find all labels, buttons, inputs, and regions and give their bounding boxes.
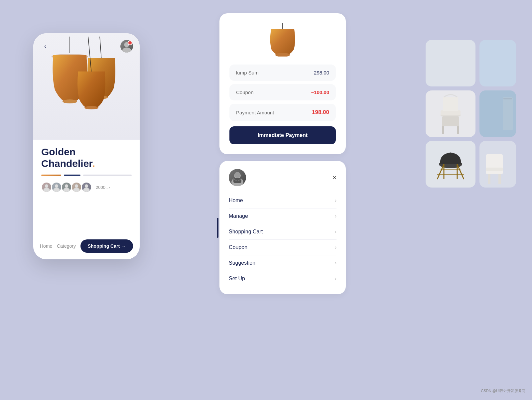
reviewer-avatar-5 [81,182,92,193]
cart-button[interactable]: Shopping Cart → [80,239,133,253]
lump-sum-label: lump Sum [236,70,259,75]
product-thumb-2[interactable] [479,40,516,86]
product-title: Golden Chandelier. [41,146,132,169]
svg-point-4 [63,99,77,103]
svg-point-13 [65,184,68,188]
svg-rect-24 [233,178,241,183]
menu-close-button[interactable]: × [332,174,336,182]
svg-rect-33 [503,97,513,130]
phone-card: ‹ [33,33,140,259]
progress-bar-1 [41,175,61,176]
product-row-3 [426,141,519,188]
product-thumb-6[interactable] [479,141,516,188]
lump-sum-value: 298.00 [314,70,329,75]
menu-item-manage-label: Manage [229,213,248,219]
svg-rect-34 [503,98,512,99]
reviewer-count[interactable]: 2000.. › [96,185,110,190]
reviewer-avatar-2 [51,182,62,193]
reviewer-chevron: › [108,185,110,190]
menu-item-shopping-cart[interactable]: Shopping Cart › [229,224,336,240]
svg-rect-32 [457,126,459,134]
menu-item-home[interactable]: Home › [229,193,336,208]
menu-header: × [229,169,336,186]
svg-point-1 [122,48,131,53]
title-dot: . [92,158,95,169]
nav-home[interactable]: Home [40,243,52,249]
svg-rect-30 [443,97,458,111]
svg-rect-42 [486,154,503,174]
svg-rect-45 [486,168,503,171]
payment-chandelier-icon [263,23,303,57]
menu-card: × Home › Manage › Shopping Cart › Coupon… [219,161,346,294]
product-thumb-4[interactable] [479,90,516,137]
menu-item-suggestion-label: Suggestion [229,260,255,266]
menu-item-setup-chevron: › [335,276,336,282]
product-thumb-5[interactable] [426,141,475,188]
avatar-button[interactable] [120,40,133,53]
middle-section: lump Sum 298.00 Coupon –100.00 Payment A… [150,13,416,294]
avatar-image [120,40,133,53]
watermark: CSDN @UI设计开发服务商 [481,388,525,393]
product-thumb-1[interactable] [426,40,475,86]
menu-item-suggestion[interactable]: Suggestion › [229,255,336,271]
svg-rect-28 [442,116,459,126]
product-title-line1: Golden [41,146,75,157]
product-info: Golden Chandelier. [33,140,140,199]
progress-indicators [41,175,132,176]
reviewers-row: 2000.. › [41,182,132,193]
back-button[interactable]: ‹ [40,41,51,52]
svg-point-11 [55,184,59,188]
svg-point-12 [53,188,60,193]
main-layout: ‹ [0,0,532,400]
svg-point-18 [83,188,89,193]
svg-point-9 [45,184,49,188]
reviewer-count-text: 2000.. [96,185,108,190]
svg-point-14 [63,188,69,193]
menu-item-manage[interactable]: Manage › [229,208,336,224]
product-row-2 [426,90,519,137]
chandelier-top-image [229,23,336,57]
svg-point-8 [84,106,98,109]
svg-point-10 [43,188,50,193]
reviewer-avatar-1 [41,182,52,193]
svg-rect-43 [488,174,490,184]
svg-point-23 [234,172,240,178]
svg-line-36 [437,164,444,179]
lump-sum-row: lump Sum 298.00 [229,65,336,81]
nav-category[interactable]: Category [57,243,76,249]
bottom-nav: Home Category Shopping Cart → [33,234,140,259]
payment-amount-row: Payment Amount 198.00 [229,104,336,121]
svg-line-37 [457,164,464,179]
progress-bar-3 [83,175,132,176]
menu-avatar [229,169,246,186]
product-row-1 [426,40,519,86]
menu-item-suggestion-chevron: › [335,260,336,266]
menu-item-shopping-cart-label: Shopping Cart [229,229,263,235]
menu-item-home-label: Home [229,198,243,203]
menu-item-setup[interactable]: Set Up › [229,271,336,286]
scroll-indicator [217,218,218,238]
reviewer-avatar-3 [61,182,72,193]
svg-rect-44 [498,174,501,184]
immediate-payment-button[interactable]: Immediate Payment [229,126,336,144]
coupon-row: Coupon –100.00 [229,84,336,100]
payment-amount-value: 198.00 [312,109,329,116]
menu-item-shopping-cart-chevron: › [335,229,336,235]
reviewer-avatar-4 [71,182,82,193]
svg-rect-31 [442,126,444,134]
svg-point-17 [85,184,88,188]
right-product-grid [426,40,519,188]
phone-header: ‹ [33,40,140,53]
svg-point-0 [124,42,129,47]
menu-item-home-chevron: › [335,198,336,203]
menu-item-setup-label: Set Up [229,276,245,282]
svg-rect-29 [441,110,461,115]
menu-item-coupon[interactable]: Coupon › [229,240,336,255]
product-title-line2: Chandelier [41,158,92,169]
menu-items-list: Home › Manage › Shopping Cart › Coupon ›… [229,193,336,286]
menu-item-coupon-chevron: › [335,244,336,250]
svg-point-16 [73,188,79,193]
payment-amount-label: Payment Amount [236,110,274,115]
product-thumb-3[interactable] [426,90,475,137]
progress-bar-2 [64,175,80,176]
